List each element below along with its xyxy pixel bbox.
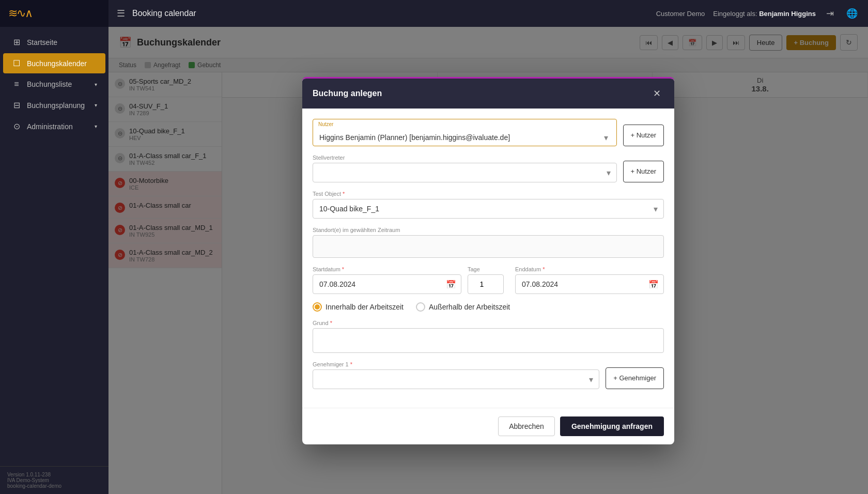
sidebar-nav: ⊞ Startseite ☐ Buchungskalender ≡ Buchun…: [0, 27, 109, 466]
sidebar-item-buchungsliste[interactable]: ≡ Buchungsliste ▾: [3, 74, 105, 94]
nutzer-select-wrap: Higgins Benjamin (Planner) [benjamin.hig…: [315, 130, 614, 145]
sidebar: ≋∿∧ ⊞ Startseite ☐ Buchungskalender ≡ Bu…: [0, 0, 109, 494]
startdatum-calendar-icon[interactable]: 📅: [446, 279, 456, 289]
administration-label: Administration: [27, 122, 89, 131]
modal-overlay[interactable]: Buchung anlegen ✕ Nutzer Higgins Benjami…: [109, 27, 868, 494]
genehmiger-select-wrap: [313, 369, 599, 389]
add-nutzer-button[interactable]: + Nutzer: [623, 125, 664, 146]
version-text: Version 1.0.11-238: [7, 472, 101, 477]
test-object-row: Test Object 10-Quad bike_F_1: [313, 191, 664, 219]
menu-icon[interactable]: ☰: [117, 8, 125, 19]
grund-group: Grund: [313, 320, 664, 353]
language-button[interactable]: 🌐: [844, 6, 860, 21]
sidebar-logo: ≋∿∧: [0, 0, 109, 27]
sidebar-item-startseite[interactable]: ⊞ Startseite: [3, 32, 105, 52]
standort-field: [313, 235, 664, 258]
enddatum-group: Enddatum 📅: [515, 266, 664, 294]
enddatum-input-wrap: 📅: [515, 274, 664, 294]
administration-arrow: ▾: [95, 124, 97, 129]
enddatum-calendar-icon[interactable]: 📅: [648, 279, 659, 289]
radio-innerhalb-circle: [313, 302, 322, 312]
sidebar-item-buchungsplanung[interactable]: ⊟ Buchungsplanung ▾: [3, 95, 105, 115]
sidebar-item-buchungskalender[interactable]: ☐ Buchungskalender: [3, 53, 105, 73]
system-text-2: booking-calendar-demo: [7, 483, 101, 489]
test-object-select-wrap: 10-Quad bike_F_1: [313, 199, 664, 219]
tage-group: Tage: [468, 266, 509, 294]
grund-row: Grund: [313, 320, 664, 353]
system-text-1: IVA Demo-System: [7, 477, 101, 483]
test-object-label: Test Object: [313, 191, 664, 197]
stellvertreter-select-wrap: [313, 163, 617, 182]
buchungsplanung-arrow: ▾: [95, 102, 97, 108]
genehmiger-label: Genehmiger 1: [313, 361, 599, 367]
arbeitszeit-radio-group: Innerhalb der Arbeitszeit Außerhalb der …: [313, 302, 664, 312]
booking-dialog: Buchung anlegen ✕ Nutzer Higgins Benjami…: [302, 77, 674, 444]
administration-icon: ⊙: [11, 121, 22, 131]
radio-ausserhalb-circle: [416, 302, 425, 312]
nutzer-row: Nutzer Higgins Benjamin (Planner) [benja…: [313, 119, 664, 146]
tage-input[interactable]: [468, 274, 504, 294]
genehmiger-select[interactable]: [313, 369, 599, 389]
buchungsliste-icon: ≡: [11, 80, 22, 89]
submit-button[interactable]: Genehmigung anfragen: [560, 416, 664, 436]
stellvertreter-label: Stellvertreter: [313, 155, 617, 161]
buchungsliste-arrow: ▾: [95, 82, 97, 87]
stellvertreter-row: Stellvertreter + Nutzer: [313, 155, 664, 182]
stellvertreter-select[interactable]: [313, 163, 617, 182]
page-title: Booking calendar: [132, 9, 649, 18]
dialog-title: Buchung anlegen: [313, 89, 382, 98]
radio-ausserhalb-label: Außerhalb der Arbeitszeit: [429, 303, 510, 311]
grund-label: Grund: [313, 320, 664, 326]
test-object-select[interactable]: 10-Quad bike_F_1: [313, 199, 664, 219]
radio-innerhalb-label: Innerhalb der Arbeitszeit: [326, 303, 404, 311]
add-stellvertreter-button[interactable]: + Nutzer: [623, 161, 664, 182]
sidebar-item-administration[interactable]: ⊙ Administration ▾: [3, 116, 105, 136]
buchungskalender-icon: ☐: [11, 58, 22, 68]
nutzer-label: Nutzer: [315, 120, 614, 128]
dialog-body: Nutzer Higgins Benjamin (Planner) [benja…: [302, 109, 674, 408]
startdatum-input[interactable]: [313, 274, 461, 294]
nutzer-group: Nutzer Higgins Benjamin (Planner) [benja…: [313, 119, 617, 146]
topbar-right: Customer Demo Eingeloggt als: Benjamin H…: [656, 6, 860, 21]
buchungsplanung-label: Buchungsplanung: [27, 101, 89, 110]
logout-button[interactable]: ⇥: [824, 6, 836, 21]
startdatum-label: Startdatum: [313, 266, 461, 272]
main-area: ☰ Booking calendar Customer Demo Eingelo…: [109, 0, 868, 494]
login-info: Eingeloggt als: Benjamin Higgins: [713, 10, 816, 18]
customer-name: Customer Demo: [656, 10, 705, 18]
genehmiger-group: Genehmiger 1: [313, 361, 599, 389]
test-object-group: Test Object 10-Quad bike_F_1: [313, 191, 664, 219]
date-row: Startdatum 📅 Tage E: [313, 266, 664, 294]
topbar: ☰ Booking calendar Customer Demo Eingelo…: [109, 0, 868, 27]
tage-label: Tage: [468, 266, 509, 272]
startseite-icon: ⊞: [11, 37, 22, 47]
sidebar-footer: Version 1.0.11-238 IVA Demo-System booki…: [0, 466, 109, 494]
add-genehmiger-button[interactable]: + Genehmiger: [606, 367, 664, 389]
genehmiger-row: Genehmiger 1 + Genehmiger: [313, 361, 664, 389]
buchungsliste-label: Buchungsliste: [27, 80, 89, 88]
dialog-close-button[interactable]: ✕: [650, 87, 664, 100]
buchungsplanung-icon: ⊟: [11, 100, 22, 110]
startdatum-input-wrap: 📅: [313, 274, 461, 294]
enddatum-input[interactable]: [515, 274, 664, 294]
cancel-button[interactable]: Abbrechen: [498, 416, 555, 436]
startseite-label: Startseite: [27, 38, 97, 47]
content-area: 📅 Buchungskalender ⏮ ◀ 📅 ▶ ⏭ Heute + Buc…: [109, 27, 868, 494]
grund-textarea[interactable]: [313, 328, 664, 353]
stellvertreter-group: Stellvertreter: [313, 155, 617, 182]
standort-row: Standort(e) im gewählten Zeitraum: [313, 227, 664, 258]
standort-label: Standort(e) im gewählten Zeitraum: [313, 227, 664, 233]
startdatum-group: Startdatum 📅: [313, 266, 461, 294]
radio-innerhalb[interactable]: Innerhalb der Arbeitszeit: [313, 302, 404, 312]
logo-icon: ≋∿∧: [8, 7, 32, 20]
nutzer-select[interactable]: Higgins Benjamin (Planner) [benjamin.hig…: [315, 130, 614, 145]
radio-ausserhalb[interactable]: Außerhalb der Arbeitszeit: [416, 302, 510, 312]
enddatum-label: Enddatum: [515, 266, 664, 272]
standort-group: Standort(e) im gewählten Zeitraum: [313, 227, 664, 258]
buchungskalender-label: Buchungskalender: [27, 59, 97, 68]
dialog-header: Buchung anlegen ✕: [302, 79, 674, 109]
dialog-footer: Abbrechen Genehmigung anfragen: [302, 408, 674, 444]
